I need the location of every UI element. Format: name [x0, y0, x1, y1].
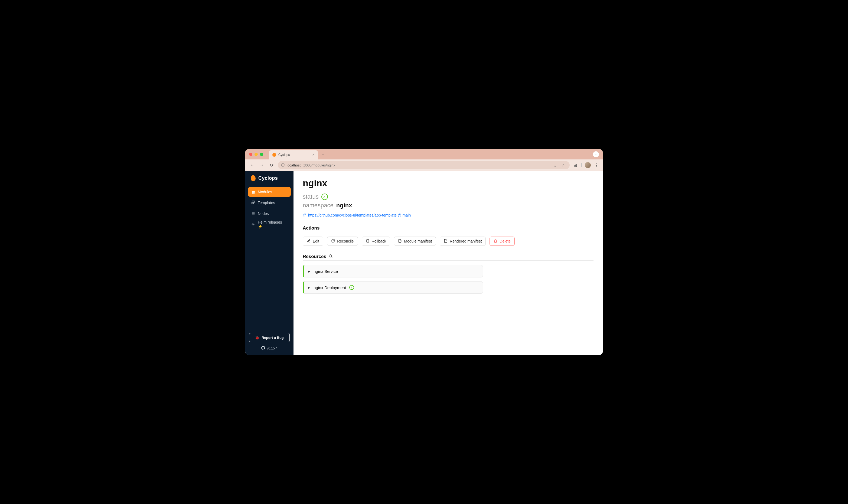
resource-card[interactable]: ▶ nginx Deployment ✓ [303, 281, 483, 294]
reconcile-icon [331, 239, 335, 244]
site-info-icon[interactable]: ⓘ [281, 163, 285, 167]
url-host: localhost [287, 163, 301, 167]
forward-button[interactable]: → [258, 162, 265, 169]
window-controls [249, 153, 263, 156]
version-link[interactable]: v0.15.4 [245, 346, 293, 355]
sidebar-item-label: Helm releases ⚡ [258, 220, 288, 229]
reconcile-button[interactable]: Reconcile [327, 237, 358, 246]
resources-title: Resources [303, 254, 326, 259]
maximize-window[interactable] [260, 153, 263, 156]
report-bug-button[interactable]: 🐞 Report a Bug [249, 333, 290, 342]
titlebar: Cyclops × + ⌄ [245, 149, 603, 159]
sidebar-item-label: Templates [258, 201, 275, 205]
delete-label: Delete [500, 239, 510, 243]
profile-avatar[interactable] [585, 162, 591, 168]
module-manifest-label: Module manifest [404, 239, 432, 243]
bug-icon: 🐞 [255, 336, 259, 340]
separator: | [581, 163, 582, 167]
close-window[interactable] [249, 153, 252, 156]
source-link[interactable]: https://github.com/cyclops-ui/templates/… [303, 213, 594, 217]
divider [303, 260, 594, 261]
favicon-icon [272, 153, 276, 157]
templates-icon: 🗐 [251, 201, 255, 205]
main-content: nginx status ✓ namespace nginx https://g… [293, 171, 603, 355]
delete-button[interactable]: Delete [489, 237, 515, 246]
version-text: v0.15.4 [267, 346, 277, 350]
caret-right-icon: ▶ [308, 270, 310, 273]
status-ok-icon: ✓ [349, 285, 354, 290]
install-app-icon[interactable]: ⤓ [552, 162, 558, 168]
resources-list: ▶ nginx Service ▶ nginx Deployment ✓ [303, 265, 594, 294]
sidebar-item-templates[interactable]: 🗐 Templates [248, 198, 291, 208]
rollback-button[interactable]: Rollback [362, 237, 391, 246]
actions-title: Actions [303, 226, 320, 231]
actions-row: Edit Reconcile Rollback Module manifest … [303, 237, 594, 246]
sidebar-item-label: Nodes [258, 211, 269, 216]
link-icon [303, 213, 306, 217]
sidebar-nav: ▦ Modules 🗐 Templates ☰ Nodes ✳ Helm rel… [245, 185, 293, 231]
app-root: Cyclops ▦ Modules 🗐 Templates ☰ Nodes ✳ … [245, 171, 603, 355]
back-button[interactable]: ← [249, 162, 256, 169]
namespace-row: namespace nginx [303, 202, 594, 209]
sidebar-item-label: Modules [258, 190, 272, 194]
address-bar[interactable]: ⓘ localhost:3000/modules/nginx ⤓ ☆ [278, 161, 570, 169]
browser-toolbar: ← → ⟳ ⓘ localhost:3000/modules/nginx ⤓ ☆… [245, 159, 603, 171]
source-url-text: https://github.com/cyclops-ui/templates/… [308, 213, 411, 217]
edit-icon [307, 239, 310, 244]
nodes-icon: ☰ [251, 211, 255, 216]
sidebar-item-helm-releases[interactable]: ✳ Helm releases ⚡ [248, 219, 291, 229]
status-row: status ✓ [303, 193, 594, 200]
file-icon [444, 239, 448, 244]
brand-name: Cyclops [258, 175, 278, 181]
brand[interactable]: Cyclops [245, 171, 293, 185]
bookmark-icon[interactable]: ☆ [560, 162, 566, 168]
report-bug-label: Report a Bug [261, 336, 284, 340]
trash-icon [493, 239, 498, 244]
rendered-manifest-label: Rendered manifest [450, 239, 482, 243]
close-tab-icon[interactable]: × [312, 153, 314, 157]
tab-title: Cyclops [278, 153, 290, 157]
resource-name: nginx Deployment [313, 285, 346, 290]
browser-tab[interactable]: Cyclops × [269, 150, 318, 159]
sidebar-item-modules[interactable]: ▦ Modules [248, 187, 291, 197]
browser-window: Cyclops × + ⌄ ← → ⟳ ⓘ localhost:3000/mod… [245, 149, 603, 355]
namespace-value: nginx [336, 202, 352, 209]
new-tab-button[interactable]: + [322, 151, 325, 157]
url-path: :3000/modules/nginx [303, 163, 335, 167]
rendered-manifest-button[interactable]: Rendered manifest [440, 237, 486, 246]
edit-label: Edit [313, 239, 319, 243]
resource-card[interactable]: ▶ nginx Service [303, 265, 483, 277]
rollback-label: Rollback [372, 239, 386, 243]
minimize-window[interactable] [254, 153, 258, 156]
status-label: status [303, 193, 319, 200]
sidebar-item-nodes[interactable]: ☰ Nodes [248, 209, 291, 218]
rollback-icon [366, 239, 369, 244]
status-ok-icon: ✓ [321, 194, 328, 200]
sidebar: Cyclops ▦ Modules 🗐 Templates ☰ Nodes ✳ … [245, 171, 293, 355]
svg-point-1 [329, 255, 332, 257]
github-icon [261, 346, 265, 350]
module-manifest-button[interactable]: Module manifest [394, 237, 436, 246]
reload-button[interactable]: ⟳ [268, 162, 275, 169]
resource-name: nginx Service [313, 269, 338, 274]
tabs-dropdown[interactable]: ⌄ [593, 151, 599, 157]
page-title: nginx [303, 178, 594, 188]
file-icon [398, 239, 402, 244]
extensions-icon[interactable]: ⊞ [572, 162, 578, 168]
modules-icon: ▦ [251, 190, 255, 194]
caret-right-icon: ▶ [308, 286, 310, 289]
browser-menu-icon[interactable]: ⋮ [594, 162, 599, 168]
namespace-label: namespace [303, 202, 333, 209]
reconcile-label: Reconcile [337, 239, 354, 243]
edit-button[interactable]: Edit [303, 237, 323, 246]
svg-rect-0 [366, 239, 369, 242]
helm-icon: ✳ [251, 222, 255, 227]
brand-logo-icon [251, 175, 256, 181]
search-icon[interactable] [328, 254, 333, 259]
divider [303, 232, 594, 232]
